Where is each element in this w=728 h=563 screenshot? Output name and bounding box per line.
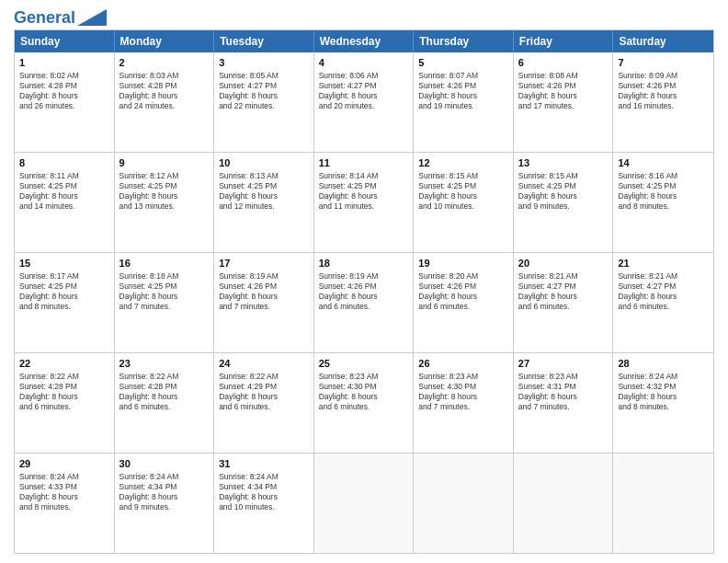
- day-info: Sunrise: 8:22 AM Sunset: 4:28 PM Dayligh…: [119, 372, 210, 412]
- header: General: [14, 9, 714, 22]
- calendar-cell: 9Sunrise: 8:12 AM Sunset: 4:25 PM Daylig…: [115, 153, 215, 252]
- calendar-body: 1Sunrise: 8:02 AM Sunset: 4:28 PM Daylig…: [15, 52, 713, 553]
- day-number: 25: [319, 357, 409, 371]
- day-number: 3: [219, 56, 309, 70]
- calendar-cell: 14Sunrise: 8:16 AM Sunset: 4:25 PM Dayli…: [613, 153, 713, 252]
- day-number: 17: [219, 257, 309, 270]
- calendar-cell: 23Sunrise: 8:22 AM Sunset: 4:28 PM Dayli…: [115, 353, 215, 453]
- day-number: 22: [19, 357, 109, 371]
- day-info: Sunrise: 8:21 AM Sunset: 4:27 PM Dayligh…: [618, 271, 709, 312]
- calendar-cell: 13Sunrise: 8:15 AM Sunset: 4:25 PM Dayli…: [514, 153, 614, 252]
- day-info: Sunrise: 8:24 AM Sunset: 4:34 PM Dayligh…: [219, 472, 309, 512]
- page: General SundayMondayTuesdayWednesdayThur…: [0, 0, 728, 563]
- calendar-cell: 12Sunrise: 8:15 AM Sunset: 4:25 PM Dayli…: [414, 153, 514, 252]
- weekday-header: Wednesday: [314, 30, 415, 52]
- calendar-cell: 29Sunrise: 8:24 AM Sunset: 4:33 PM Dayli…: [15, 454, 115, 553]
- calendar-cell: 8Sunrise: 8:11 AM Sunset: 4:25 PM Daylig…: [15, 153, 115, 252]
- day-info: Sunrise: 8:17 AM Sunset: 4:25 PM Dayligh…: [19, 271, 109, 312]
- day-info: Sunrise: 8:22 AM Sunset: 4:29 PM Dayligh…: [219, 372, 309, 412]
- svg-marker-0: [77, 9, 107, 26]
- day-number: 29: [19, 457, 109, 471]
- day-number: 31: [219, 457, 309, 471]
- day-number: 11: [319, 156, 409, 170]
- calendar-cell: [613, 454, 713, 553]
- calendar-cell: 1Sunrise: 8:02 AM Sunset: 4:28 PM Daylig…: [15, 52, 115, 152]
- calendar-cell: 6Sunrise: 8:08 AM Sunset: 4:26 PM Daylig…: [514, 52, 614, 152]
- day-info: Sunrise: 8:19 AM Sunset: 4:26 PM Dayligh…: [319, 271, 409, 312]
- day-number: 10: [219, 156, 309, 170]
- day-number: 8: [19, 156, 109, 170]
- day-number: 26: [418, 357, 508, 371]
- calendar-cell: 19Sunrise: 8:20 AM Sunset: 4:26 PM Dayli…: [414, 253, 514, 352]
- day-info: Sunrise: 8:08 AM Sunset: 4:26 PM Dayligh…: [518, 71, 609, 111]
- day-info: Sunrise: 8:24 AM Sunset: 4:34 PM Dayligh…: [119, 472, 210, 512]
- calendar-row: 29Sunrise: 8:24 AM Sunset: 4:33 PM Dayli…: [15, 454, 713, 553]
- day-number: 15: [19, 257, 109, 270]
- day-info: Sunrise: 8:19 AM Sunset: 4:26 PM Dayligh…: [219, 271, 309, 312]
- calendar-cell: 25Sunrise: 8:23 AM Sunset: 4:30 PM Dayli…: [314, 353, 415, 453]
- day-number: 7: [618, 56, 709, 70]
- day-info: Sunrise: 8:15 AM Sunset: 4:25 PM Dayligh…: [518, 171, 609, 212]
- day-info: Sunrise: 8:07 AM Sunset: 4:26 PM Dayligh…: [418, 71, 508, 111]
- calendar-header: SundayMondayTuesdayWednesdayThursdayFrid…: [15, 30, 713, 52]
- day-number: 28: [618, 357, 709, 371]
- day-number: 14: [618, 156, 709, 170]
- day-number: 6: [518, 56, 609, 70]
- calendar-cell: 22Sunrise: 8:22 AM Sunset: 4:28 PM Dayli…: [15, 353, 115, 453]
- day-info: Sunrise: 8:24 AM Sunset: 4:32 PM Dayligh…: [618, 372, 709, 412]
- calendar-cell: [514, 454, 614, 553]
- day-number: 9: [119, 156, 210, 170]
- day-info: Sunrise: 8:23 AM Sunset: 4:30 PM Dayligh…: [418, 372, 508, 412]
- calendar-cell: 21Sunrise: 8:21 AM Sunset: 4:27 PM Dayli…: [613, 253, 713, 352]
- calendar-row: 8Sunrise: 8:11 AM Sunset: 4:25 PM Daylig…: [15, 153, 713, 253]
- day-number: 23: [119, 357, 210, 371]
- calendar-cell: 11Sunrise: 8:14 AM Sunset: 4:25 PM Dayli…: [314, 153, 415, 252]
- calendar-cell: 16Sunrise: 8:18 AM Sunset: 4:25 PM Dayli…: [115, 253, 215, 352]
- day-number: 5: [418, 56, 508, 70]
- calendar-cell: 24Sunrise: 8:22 AM Sunset: 4:29 PM Dayli…: [214, 353, 314, 453]
- calendar-cell: 5Sunrise: 8:07 AM Sunset: 4:26 PM Daylig…: [414, 52, 514, 152]
- calendar-row: 22Sunrise: 8:22 AM Sunset: 4:28 PM Dayli…: [15, 353, 713, 454]
- day-info: Sunrise: 8:20 AM Sunset: 4:26 PM Dayligh…: [418, 271, 508, 312]
- logo-icon: [77, 9, 107, 26]
- day-number: 13: [518, 156, 609, 170]
- calendar-cell: [414, 454, 514, 553]
- weekday-header: Saturday: [613, 30, 713, 52]
- day-info: Sunrise: 8:14 AM Sunset: 4:25 PM Dayligh…: [319, 171, 409, 212]
- weekday-header: Thursday: [414, 30, 514, 52]
- calendar-cell: 10Sunrise: 8:13 AM Sunset: 4:25 PM Dayli…: [214, 153, 314, 252]
- day-info: Sunrise: 8:13 AM Sunset: 4:25 PM Dayligh…: [219, 171, 309, 212]
- day-number: 16: [119, 257, 210, 270]
- day-number: 21: [618, 257, 709, 270]
- calendar-cell: [314, 454, 415, 553]
- day-info: Sunrise: 8:23 AM Sunset: 4:30 PM Dayligh…: [319, 372, 409, 412]
- calendar-cell: 20Sunrise: 8:21 AM Sunset: 4:27 PM Dayli…: [514, 253, 614, 352]
- calendar-cell: 30Sunrise: 8:24 AM Sunset: 4:34 PM Dayli…: [115, 454, 215, 553]
- calendar-cell: 4Sunrise: 8:06 AM Sunset: 4:27 PM Daylig…: [314, 52, 415, 152]
- day-number: 30: [119, 457, 210, 471]
- day-number: 2: [119, 56, 210, 70]
- weekday-header: Monday: [115, 30, 215, 52]
- weekday-header: Friday: [514, 30, 614, 52]
- calendar-cell: 28Sunrise: 8:24 AM Sunset: 4:32 PM Dayli…: [613, 353, 713, 453]
- day-info: Sunrise: 8:16 AM Sunset: 4:25 PM Dayligh…: [618, 171, 709, 212]
- day-info: Sunrise: 8:03 AM Sunset: 4:28 PM Dayligh…: [119, 71, 210, 111]
- day-info: Sunrise: 8:11 AM Sunset: 4:25 PM Dayligh…: [19, 171, 109, 212]
- day-info: Sunrise: 8:23 AM Sunset: 4:31 PM Dayligh…: [518, 372, 609, 412]
- day-info: Sunrise: 8:05 AM Sunset: 4:27 PM Dayligh…: [219, 71, 309, 111]
- calendar-cell: 27Sunrise: 8:23 AM Sunset: 4:31 PM Dayli…: [514, 353, 614, 453]
- calendar-cell: 2Sunrise: 8:03 AM Sunset: 4:28 PM Daylig…: [115, 52, 215, 152]
- day-number: 18: [319, 257, 409, 270]
- day-number: 20: [518, 257, 609, 270]
- day-number: 27: [518, 357, 609, 371]
- calendar-cell: 17Sunrise: 8:19 AM Sunset: 4:26 PM Dayli…: [214, 253, 314, 352]
- day-info: Sunrise: 8:22 AM Sunset: 4:28 PM Dayligh…: [19, 372, 109, 412]
- calendar: SundayMondayTuesdayWednesdayThursdayFrid…: [14, 29, 714, 554]
- logo-text: General: [14, 9, 75, 26]
- day-info: Sunrise: 8:24 AM Sunset: 4:33 PM Dayligh…: [19, 472, 109, 512]
- calendar-cell: 31Sunrise: 8:24 AM Sunset: 4:34 PM Dayli…: [214, 454, 314, 553]
- day-info: Sunrise: 8:02 AM Sunset: 4:28 PM Dayligh…: [19, 71, 109, 111]
- day-info: Sunrise: 8:18 AM Sunset: 4:25 PM Dayligh…: [119, 271, 210, 312]
- day-info: Sunrise: 8:06 AM Sunset: 4:27 PM Dayligh…: [319, 71, 409, 111]
- day-info: Sunrise: 8:09 AM Sunset: 4:26 PM Dayligh…: [618, 71, 709, 111]
